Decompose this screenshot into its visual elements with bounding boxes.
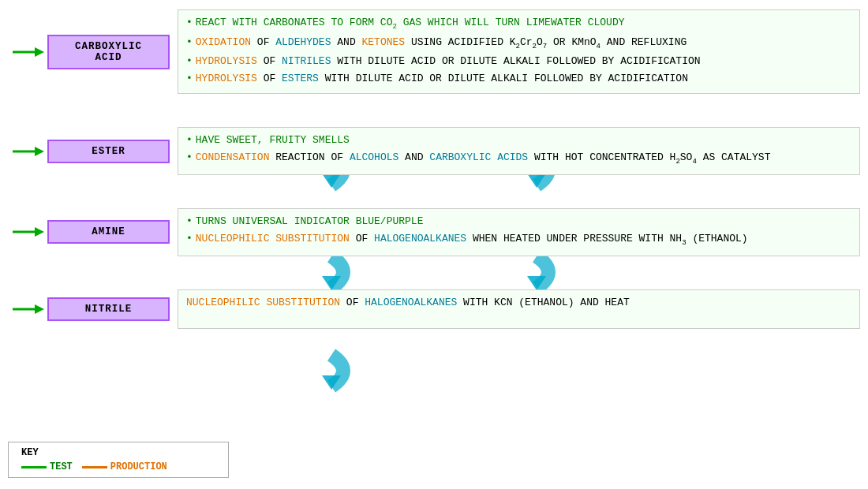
bullet-line: • TURNS UNIVERSAL INDICATOR BLUE/PURPLE bbox=[186, 214, 851, 230]
row-ester: ESTER • HAVE SWEET, FRUITY SMELLS • COND… bbox=[8, 127, 860, 175]
carboxylic-acid-content: • REACT WITH CARBONATES TO FORM CO2 GAS … bbox=[178, 9, 860, 94]
nitrile-content: NUCLEOPHILIC SUBSTITUTION OF HALOGENOALK… bbox=[178, 289, 860, 329]
green-arrow-icon bbox=[13, 223, 44, 241]
svg-marker-12 bbox=[35, 304, 44, 314]
bullet-line: • CONDENSATION REACTION OF ALCOHOLS AND … bbox=[186, 150, 851, 168]
bullet-line: • HYDROLYSIS OF ESTERS WITH DILUTE ACID … bbox=[186, 71, 851, 87]
bullet-line: • HAVE SWEET, FRUITY SMELLS bbox=[186, 133, 851, 148]
green-arrow-icon bbox=[13, 143, 44, 160]
key-production-item: PRODUCTION bbox=[82, 461, 167, 472]
key-test-label: TEST bbox=[50, 461, 73, 472]
amine-label: AMINE bbox=[47, 220, 170, 244]
key-title: KEY bbox=[21, 447, 215, 458]
left-arrow-nitrile bbox=[8, 300, 47, 318]
row-nitrile: NITRILE NUCLEOPHILIC SUBSTITUTION OF HAL… bbox=[8, 289, 860, 329]
ester-content: • HAVE SWEET, FRUITY SMELLS • CONDENSATI… bbox=[178, 127, 860, 175]
left-arrow-ester bbox=[8, 143, 47, 160]
carboxylic-acid-label: CARBOXYLIC ACID bbox=[47, 35, 170, 69]
bullet-line: • NUCLEOPHILIC SUBSTITUTION OF HALOGENOA… bbox=[186, 231, 851, 249]
key-orange-line bbox=[82, 466, 107, 468]
bullet-line: • OXIDATION OF ALDEHYDES AND KETONES USI… bbox=[186, 35, 851, 53]
svg-marker-4 bbox=[322, 375, 341, 390]
svg-marker-10 bbox=[35, 227, 44, 237]
green-arrow-icon bbox=[13, 43, 44, 61]
key-green-line bbox=[21, 466, 47, 468]
svg-marker-6 bbox=[35, 47, 44, 57]
bullet-line: NUCLEOPHILIC SUBSTITUTION OF HALOGENOALK… bbox=[186, 295, 851, 311]
key-production-label: PRODUCTION bbox=[110, 461, 167, 472]
svg-marker-8 bbox=[35, 147, 44, 156]
bullet-line: • HYDROLYSIS OF NITRILES WITH DILUTE ACI… bbox=[186, 54, 851, 69]
rows-container: CARBOXYLIC ACID • REACT WITH CARBONATES … bbox=[8, 6, 860, 332]
row-amine: AMINE • TURNS UNIVERSAL INDICATOR BLUE/P… bbox=[8, 208, 860, 256]
left-arrow-amine bbox=[8, 223, 47, 241]
key-test-item: TEST bbox=[21, 461, 73, 472]
key-box: KEY TEST PRODUCTION bbox=[8, 442, 229, 478]
ester-label: ESTER bbox=[47, 140, 170, 163]
left-arrow-carboxylic bbox=[8, 43, 47, 61]
amine-content: • TURNS UNIVERSAL INDICATOR BLUE/PURPLE … bbox=[178, 208, 860, 256]
green-arrow-icon bbox=[13, 300, 44, 318]
key-row: TEST PRODUCTION bbox=[21, 461, 215, 472]
main-container: CARBOXYLIC ACID • REACT WITH CARBONATES … bbox=[0, 0, 868, 489]
bullet-line: • REACT WITH CARBONATES TO FORM CO2 GAS … bbox=[186, 15, 851, 33]
row-carboxylic-acid: CARBOXYLIC ACID • REACT WITH CARBONATES … bbox=[8, 9, 860, 94]
nitrile-label: NITRILE bbox=[47, 297, 170, 321]
